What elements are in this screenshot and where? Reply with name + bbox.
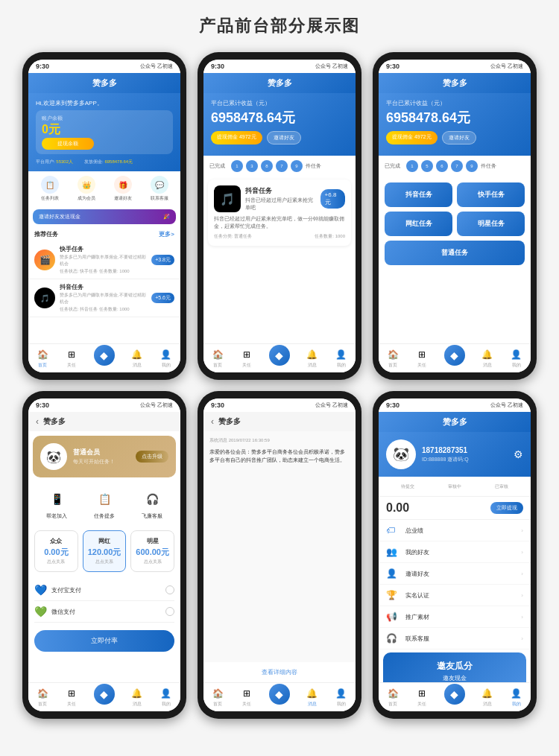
back-btn-4[interactable]: ‹	[36, 416, 39, 427]
nav-tasks[interactable]: 📋 任务列表	[41, 176, 59, 202]
menu-item-2[interactable]: 👤 邀请好友 ›	[379, 563, 531, 585]
nav-home-4[interactable]: 🏠 首页	[36, 687, 49, 708]
nav-discover-5[interactable]: ⊞ 关任	[240, 687, 253, 708]
task-header-2: 🎵 抖音任务 抖音已经超过用户赶紧来抢完单吧 +6.8元	[214, 185, 345, 212]
pay-alipay[interactable]: 💙 支付宝支付	[34, 579, 174, 601]
back-btn-5[interactable]: ‹	[211, 416, 214, 427]
nav-mine-6[interactable]: 👤 我的	[510, 687, 523, 708]
member-info: 普通会员 每天可开始任务！	[73, 448, 130, 466]
time-3: 9:30	[386, 63, 399, 70]
nav-discover[interactable]: ⊞ 关任	[65, 348, 78, 369]
nav-mine-2[interactable]: 👤 我的	[335, 348, 348, 369]
nav-msg-3[interactable]: 🔔 消息	[481, 348, 494, 369]
nav-discover-2[interactable]: ⊞ 关任	[240, 348, 253, 369]
menu-item-5[interactable]: 🎧 联系客服 ›	[379, 628, 531, 649]
task-title-area: 抖音任务 抖音已经超过用户赶紧来抢完单吧	[245, 186, 316, 212]
nav-mine-3[interactable]: 👤 我的	[510, 348, 523, 369]
status-bar-1: 9:30 公众号 乙初速	[28, 60, 180, 73]
nav-vip[interactable]: 👑 成为会员	[78, 176, 95, 202]
nav-msg-2[interactable]: 🔔 消息	[306, 348, 319, 369]
nav-center-4[interactable]: ◆	[94, 690, 115, 705]
nav-service[interactable]: 💬 联系客服	[151, 176, 168, 202]
task-earn-2: +5.6元	[151, 293, 174, 303]
nav-msg-6[interactable]: 🔔 消息	[481, 687, 494, 708]
badge-5: 9	[291, 160, 303, 172]
home-icon-6: 🏠	[386, 687, 399, 700]
alipay-icon: 💙	[34, 584, 47, 596]
tabs-3: 已完成 1 5 6 7 9 件任务	[379, 156, 531, 177]
upgrade-btn[interactable]: 点击升级	[136, 451, 168, 463]
nav-home-3[interactable]: 🏠 首页	[386, 348, 399, 369]
nav-home-5[interactable]: 🏠 首页	[211, 687, 224, 708]
nav-discover-4[interactable]: ⊞ 关任	[65, 687, 78, 708]
settings-icon[interactable]: ⚙	[514, 448, 523, 460]
pay-section: 💙 支付宝支付 💚 微信支付	[28, 576, 180, 626]
status-icons-4: 公众号 乙初速	[140, 401, 173, 409]
cat-mingxing[interactable]: 明星任务	[457, 212, 525, 236]
cat-wanghong[interactable]: 网红任务	[385, 212, 452, 236]
app-title-4: 赞多多	[43, 416, 66, 427]
task-card-2[interactable]: 🎵 抖音任务 抖音已经超过用户赶紧来抢完单吧 +6.8元 抖音已经超过用户赶紧来…	[208, 180, 351, 246]
action-bar-3: 提现佣金 4972元 邀请好友	[386, 131, 523, 144]
withdraw-btn-6[interactable]: 立即提现	[490, 502, 523, 514]
menu-item-0[interactable]: 🏷 总业绩 ›	[379, 520, 531, 541]
menu-item-4[interactable]: 📢 推广素材 ›	[379, 606, 531, 628]
action-item-3[interactable]: 🎧 飞廉客服	[141, 488, 163, 520]
view-more-btn[interactable]: 查看详细内容	[203, 662, 356, 682]
menu-item-1[interactable]: 👥 我的好友 ›	[379, 541, 531, 563]
nav-invite[interactable]: 🎁 邀请好友	[114, 176, 132, 202]
action-item-1[interactable]: 📱 帮老加入	[45, 488, 68, 520]
nav-mine-4[interactable]: 👤 我的	[160, 687, 173, 708]
task-footer-2: 任务分类: 普通任务 任务数量: 1000	[214, 233, 345, 240]
price-item-1[interactable]: 网红 120.00元 总点关系	[83, 530, 127, 572]
invite-banner-6[interactable]: 邀友瓜分 邀友现金	[383, 652, 526, 682]
invite-btn-2[interactable]: 邀请好友	[267, 131, 301, 144]
nav-center-2[interactable]: ◆	[269, 351, 290, 366]
action-item-2[interactable]: 📋 任务提多	[93, 488, 116, 520]
invite-banner-1[interactable]: 邀请好友发送现金 🎉	[33, 209, 176, 224]
price-item-2[interactable]: 明星 600.00元 总点关系	[130, 530, 174, 572]
nav-center[interactable]: ◆	[94, 351, 115, 366]
cat-kuaishou[interactable]: 快手任务	[457, 182, 525, 207]
task-item-douyin[interactable]: 🎵 抖音任务 赞多多已为用户赚取丰厚佣金,不要错过精彩机会 任务状态: 抖音任务…	[28, 279, 180, 317]
withdraw-btn-1[interactable]: 提现余额	[42, 138, 94, 150]
nav-msg-4[interactable]: 🔔 消息	[130, 687, 144, 708]
nav-msg[interactable]: 🔔 消息	[130, 348, 144, 369]
nav-discover-6[interactable]: ⊞ 关任	[415, 687, 429, 708]
time-5: 9:30	[211, 401, 224, 409]
menu-item-3[interactable]: 🏆 实名认证 ›	[379, 585, 531, 606]
price-item-0[interactable]: 众众 0.00元 总点关系	[34, 530, 78, 572]
invite-btn-3[interactable]: 邀请好友	[442, 131, 476, 144]
nav-center-6[interactable]: ◆	[444, 690, 465, 705]
withdraw-btn-2[interactable]: 提现佣金 4972元	[211, 131, 262, 144]
nav-mine[interactable]: 👤 我的	[160, 348, 173, 369]
nav-home[interactable]: 🏠 首页	[36, 348, 49, 369]
screen-1: Hi,欢迎来到赞多多APP。 账户余额 0元 提现余额 平台用户: 55302人…	[28, 93, 180, 343]
menu-label-1: 我的好友	[405, 548, 517, 556]
pay-wechat[interactable]: 💚 微信支付	[34, 601, 174, 623]
tab-label-2: 已完成	[209, 162, 225, 170]
nav-home-6[interactable]: 🏠 首页	[386, 687, 399, 708]
p3-badge-2: 5	[421, 160, 433, 172]
nav-center-5[interactable]: ◆	[269, 690, 290, 705]
nav-home-2[interactable]: 🏠 首页	[211, 348, 224, 369]
p3-badge-3: 6	[436, 160, 448, 172]
cat-putong[interactable]: 普通任务	[385, 241, 525, 265]
alipay-radio[interactable]	[165, 585, 174, 594]
nav-center-3[interactable]: ◆	[444, 351, 465, 366]
menu-label-5: 联系客服	[405, 635, 517, 643]
balance-value-3: 6958478.64元	[386, 109, 523, 127]
withdraw-btn-3[interactable]: 提现佣金 4972元	[386, 131, 438, 144]
wechat-radio[interactable]	[165, 607, 174, 616]
menu-icon-5: 🎧	[386, 633, 401, 644]
nav-msg-5[interactable]: 🔔 消息	[306, 687, 319, 708]
submit-btn-4[interactable]: 立即付率	[34, 630, 174, 652]
nav-discover-3[interactable]: ⊞ 关任	[415, 348, 429, 369]
msg-icon: 🔔	[130, 348, 144, 361]
cat-douyin[interactable]: 抖音任务	[385, 182, 452, 207]
kuaishou-icon: 🎬	[34, 250, 55, 270]
categories-3: 抖音任务 快手任务 网红任务 明星任务 普通任务	[379, 177, 531, 271]
nav-mine-5[interactable]: 👤 我的	[335, 687, 348, 708]
task-item-kuaishou[interactable]: 🎬 快手任务 赞多多已为用户赚取丰厚佣金,不要错过精彩机会 任务状态: 快手任务…	[28, 241, 180, 279]
task-desc-2: 抖音已经超过用户赶紧来抢完单吧，做一分钟就能赚取佣金，赶紧帮忙完成任务。	[214, 215, 345, 230]
